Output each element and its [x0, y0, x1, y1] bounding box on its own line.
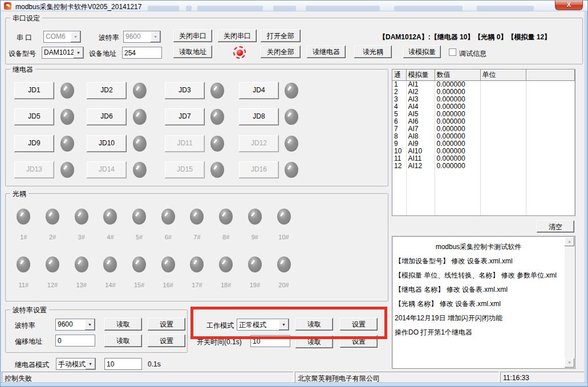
opto-channel-label: 18#: [221, 282, 231, 288]
work-mode-set-button[interactable]: 设置: [340, 318, 378, 331]
close-serial-button-1[interactable]: 关闭串口: [173, 30, 212, 42]
relay-mode-time-input[interactable]: [104, 358, 142, 370]
table-row: [392, 170, 575, 177]
relay-button-jd11: JD11: [165, 135, 205, 152]
table-row: 4AI40.000000: [392, 103, 575, 111]
open-all-button[interactable]: 打开全部: [261, 30, 301, 42]
read-relay-button[interactable]: 读继电器: [307, 46, 346, 58]
analog-table: 通模拟量数值单位 1AI10.0000002AI20.0000003AI30.0…: [392, 69, 575, 216]
opto-row-1: 1#2#3#4#5#6#7#8#9#10#: [9, 209, 386, 241]
relay-button-jd4[interactable]: JD4: [239, 82, 279, 99]
chevron-down-icon: ▼: [279, 319, 289, 330]
relay-button-jd1[interactable]: JD1: [14, 82, 54, 99]
baud-value: 9600: [124, 31, 151, 42]
switch-time-label: 开关时间(0.1s): [197, 337, 242, 347]
debug-checkbox[interactable]: [449, 48, 456, 56]
chevron-down-icon: ▼: [151, 31, 160, 42]
opto-channel-label: 5#: [136, 234, 143, 241]
opto-led-icon: [46, 209, 59, 225]
relay-button-jd6[interactable]: JD6: [87, 108, 127, 125]
table-row: [392, 177, 575, 185]
close-all-button[interactable]: 关闭全部: [261, 46, 301, 58]
opto-channel: 4#: [96, 209, 125, 241]
relay-led-icon: [60, 109, 74, 125]
window-border-right: [584, 11, 587, 382]
log-scrollbar[interactable]: ▲ ▼: [565, 237, 574, 368]
opto-led-icon: [132, 209, 146, 225]
table-row: [392, 185, 575, 192]
baud-read-button[interactable]: 读取: [104, 318, 142, 331]
read-opto-button[interactable]: 读光耦: [354, 46, 392, 58]
background-window-artifact: [394, 6, 463, 11]
read-address-button[interactable]: 读取地址: [173, 46, 212, 58]
switch-time-set-button[interactable]: 设置: [340, 335, 378, 348]
relay-led-icon: [133, 162, 147, 178]
port-combobox[interactable]: COM6 ▼: [43, 31, 81, 43]
table-row: 6AI60.000000: [392, 118, 575, 125]
model-value: DAM1012A: [42, 47, 74, 58]
status-message: 控制失败: [2, 372, 294, 383]
baud-set-button[interactable]: 设置: [148, 318, 185, 331]
window-border-bottom: [1, 382, 587, 386]
relay-button-jd3[interactable]: JD3: [165, 82, 205, 99]
relay-button-jd7[interactable]: JD7: [165, 108, 205, 125]
relay-led-icon: [133, 136, 147, 152]
relay-button-jd8[interactable]: JD8: [239, 108, 279, 125]
status-time: 11:16:33: [500, 372, 586, 383]
relay-led-icon: [210, 162, 224, 178]
opto-channel-label: 4#: [107, 234, 113, 241]
device-address-input[interactable]: [122, 47, 162, 59]
titlebar: modbus采集控制卡软件V0205_20141217 X: [1, 1, 587, 11]
opto-channel: 9#: [241, 209, 270, 241]
chevron-down-icon: ▼: [71, 31, 80, 42]
opto-led-icon: [17, 256, 30, 272]
baud-label: 波特率: [99, 33, 119, 43]
work-mode-read-button[interactable]: 读取: [295, 318, 333, 331]
opto-led-icon: [17, 209, 30, 225]
device-info-text: 【DAM1012A】:【继电器 10】【光耦 0】【模拟量 12】: [379, 32, 551, 42]
baud-combobox[interactable]: 9600 ▼: [123, 31, 161, 43]
close-serial-button-2[interactable]: 关闭串口: [218, 30, 257, 42]
opto-led-icon: [161, 209, 175, 225]
background-window-artifact: [477, 6, 534, 11]
clear-button[interactable]: 清空: [537, 221, 574, 233]
switch-time-input[interactable]: [250, 335, 290, 347]
chevron-down-icon: ▼: [85, 319, 95, 330]
relay-mode-combobox[interactable]: 手动模式 ▼: [56, 358, 96, 370]
work-mode-label: 工作模式: [206, 321, 234, 331]
read-analog-button[interactable]: 读模拟量: [403, 46, 441, 58]
scroll-up-icon[interactable]: ▲: [565, 237, 574, 246]
close-button[interactable]: X: [555, 1, 583, 10]
relay-button-jd2[interactable]: JD2: [87, 82, 127, 99]
opto-channel: 17#: [183, 256, 212, 288]
log-line: 操作DO 打开第1个继电器: [395, 325, 562, 340]
relay-button-jd9[interactable]: JD9: [14, 135, 54, 152]
opto-channel-label: 20#: [278, 282, 289, 288]
relay-button-jd5[interactable]: JD5: [14, 108, 54, 125]
offset-read-button[interactable]: 读取: [104, 335, 142, 347]
baud-set-combobox[interactable]: 9600 ▼: [55, 319, 95, 331]
relay-group: 继电器 JD1JD2JD3JD4JD5JD6JD7JD8JD9JD10JD11J…: [5, 69, 388, 186]
offset-label: 偏移地址: [15, 337, 42, 347]
relay-button-jd10[interactable]: JD10: [87, 135, 127, 152]
opto-channel-label: 19#: [250, 282, 260, 288]
opto-channel: 16#: [153, 256, 183, 288]
offset-input[interactable]: [55, 335, 95, 347]
opto-channel-label: 11#: [19, 282, 29, 288]
log-line: 2014年12月19日 增加闪开闪闭功能: [395, 311, 562, 325]
opto-channel-label: 2#: [49, 234, 56, 241]
relay-mode-unit-label: 0.1s: [148, 360, 161, 368]
chevron-down-icon: ▼: [86, 359, 95, 369]
scroll-down-icon[interactable]: ▼: [565, 359, 574, 368]
offset-set-button[interactable]: 设置: [148, 335, 185, 347]
window-border-left: [1, 11, 2, 382]
model-combobox[interactable]: DAM1012A ▼: [42, 47, 84, 59]
opto-channel-label: 17#: [192, 282, 202, 288]
opto-led-icon: [248, 209, 262, 225]
table-row: [392, 199, 575, 207]
opto-channel: 20#: [269, 256, 298, 288]
relay-led-icon: [60, 162, 74, 178]
work-mode-combobox[interactable]: 正常模式 ▼: [237, 319, 289, 331]
switch-time-read-button[interactable]: 读取: [295, 336, 333, 348]
opto-led-icon: [219, 209, 233, 225]
